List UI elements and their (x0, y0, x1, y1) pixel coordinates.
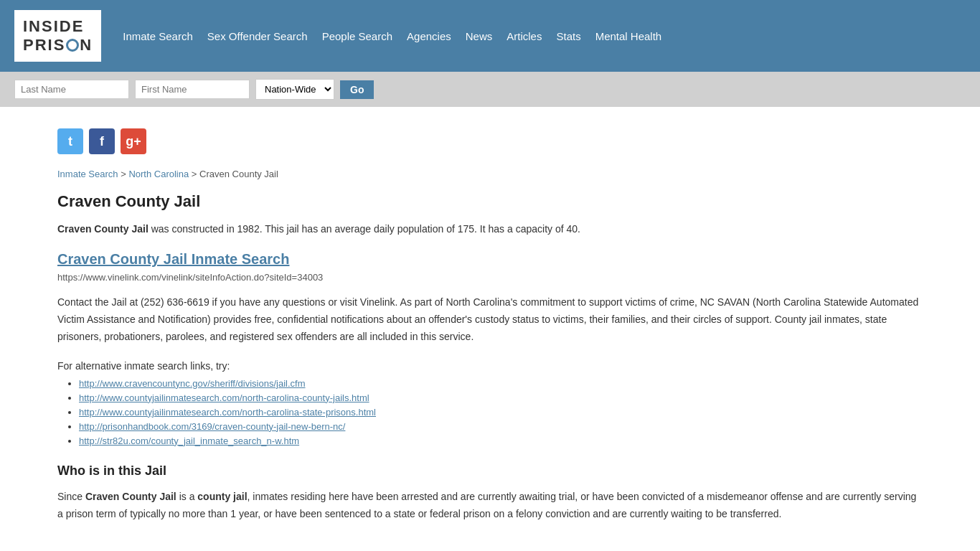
main-content: t f g+ Inmate Search > North Carolina > … (0, 107, 980, 551)
last-name-input[interactable] (14, 80, 129, 99)
twitter-share-button[interactable]: t (57, 128, 83, 154)
breadcrumb-current: Craven County Jail (199, 169, 278, 179)
nav-mental-health[interactable]: Mental Health (595, 30, 662, 42)
list-item: http://www.cravencountync.gov/sheriff/di… (79, 377, 923, 389)
nav-articles[interactable]: Articles (507, 30, 542, 42)
logo-o-icon (66, 39, 79, 52)
nav-people-search[interactable]: People Search (322, 30, 392, 42)
location-select[interactable]: Nation-Wide (255, 79, 334, 100)
county-jail-bold: county jail (197, 491, 247, 502)
twitter-icon: t (68, 134, 72, 149)
nav-agencies[interactable]: Agencies (407, 30, 451, 42)
alt-links-intro: For alternative inmate search links, try… (57, 360, 923, 372)
alt-link-1[interactable]: http://www.cravencountync.gov/sheriff/di… (79, 378, 306, 389)
contact-text: Contact the Jail at (252) 636-6619 if yo… (57, 294, 923, 345)
who-text: Since Craven County Jail is a county jai… (57, 489, 923, 523)
who-is-in-jail-heading: Who is in this Jail (57, 463, 923, 479)
alt-links-list: http://www.cravencountync.gov/sheriff/di… (57, 377, 923, 446)
alt-link-3[interactable]: http://www.countyjailinmatesearch.com/no… (79, 407, 376, 418)
facility-description: Craven County Jail was constructed in 19… (57, 221, 923, 237)
nav-sex-offender-search[interactable]: Sex Offender Search (207, 30, 308, 42)
list-item: http://www.countyjailinmatesearch.com/no… (79, 406, 923, 418)
nav-stats[interactable]: Stats (556, 30, 580, 42)
site-logo[interactable]: INSIDE PRISN (14, 10, 101, 62)
search-bar: Nation-Wide Go (0, 72, 980, 107)
inmate-search-link[interactable]: Craven County Jail Inmate Search (57, 251, 923, 268)
description-rest: was constructed in 1982. This jail has a… (149, 223, 580, 235)
page-title: Craven County Jail (57, 192, 923, 211)
facility-name-who: Craven County Jail (85, 491, 176, 502)
gplus-icon: g+ (126, 134, 141, 149)
list-item: http://www.countyjailinmatesearch.com/no… (79, 392, 923, 403)
alt-link-5[interactable]: http://str82u.com/county_jail_inmate_sea… (79, 435, 299, 446)
inmate-search-url: https://www.vinelink.com/vinelink/siteIn… (57, 272, 923, 283)
site-header: INSIDE PRISN Inmate Search Sex Offender … (0, 0, 980, 72)
breadcrumb: Inmate Search > North Carolina > Craven … (57, 169, 923, 179)
nav-inmate-search[interactable]: Inmate Search (123, 30, 193, 42)
gplus-share-button[interactable]: g+ (121, 128, 146, 154)
breadcrumb-inmate-search[interactable]: Inmate Search (57, 169, 118, 179)
logo-inside-text: INSIDE (23, 17, 93, 36)
facility-name-bold: Craven County Jail (57, 223, 149, 235)
facebook-share-button[interactable]: f (89, 128, 115, 154)
list-item: http://str82u.com/county_jail_inmate_sea… (79, 435, 923, 446)
logo-prison-text: PRISN (23, 36, 93, 55)
breadcrumb-north-carolina[interactable]: North Carolina (128, 169, 189, 179)
facebook-icon: f (100, 134, 104, 149)
main-nav: Inmate Search Sex Offender Search People… (123, 30, 661, 42)
go-button[interactable]: Go (340, 80, 374, 99)
alt-link-2[interactable]: http://www.countyjailinmatesearch.com/no… (79, 392, 369, 403)
social-share-buttons: t f g+ (57, 128, 923, 154)
nav-news[interactable]: News (466, 30, 493, 42)
alt-link-4[interactable]: http://prisonhandbook.com/3169/craven-co… (79, 421, 345, 432)
first-name-input[interactable] (135, 80, 250, 99)
list-item: http://prisonhandbook.com/3169/craven-co… (79, 420, 923, 432)
